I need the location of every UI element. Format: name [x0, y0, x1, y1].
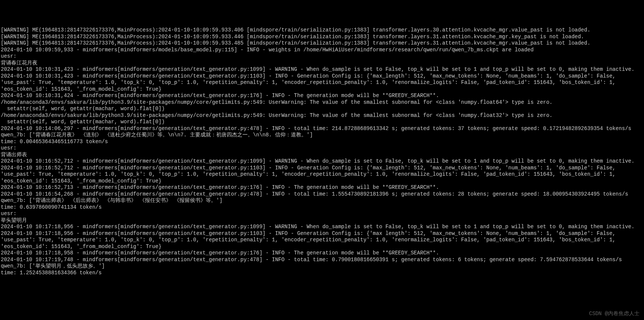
terminal-line: 2024-01-10 10:17:18,956 - mindformers[mi… [1, 224, 643, 230]
terminal-line: 2024-01-10 10:17:18,956 - mindformers[mi… [1, 230, 643, 250]
terminal-line: qwen_7b: ['背诵出师表》 《后出师表》 《与韩非书》 《报任安书》 《… [1, 197, 643, 204]
terminal-line: time: 0.004653643465116773 token/s [1, 139, 643, 145]
terminal-line: uesr: [1, 211, 643, 217]
terminal-line: [WARNING] ME(1964813:281473226173376,Mai… [1, 34, 643, 40]
terminal-line: uesr: [1, 53, 643, 60]
watermark-text: CSDN @内卷焦虑人士 [589, 311, 639, 317]
terminal-line: 2024-01-10 10:10:31,423 - mindformers[mi… [1, 73, 643, 93]
terminal-line: [WARNING] ME(1964813:281473226173376,Mai… [1, 40, 643, 47]
terminal-line: /home/anaconda3/envs/sakura/lib/python3.… [1, 99, 643, 106]
terminal-line: qwen_7b: ['背诵春江花月夜》 《送别》 《送杜少府之任蜀川》等。\n\… [1, 132, 643, 139]
terminal-line: 2024-01-10 10:10:31,423 - mindformers[mi… [1, 66, 643, 73]
terminal-line: setattr(self, word, getattr(machar, word… [1, 119, 643, 126]
terminal-line: 2024-01-10 10:09:59,933 - mindformers[mi… [1, 47, 643, 54]
terminal-line: 2024-01-10 10:16:52,713 - mindformers[mi… [1, 184, 643, 191]
terminal-line: 2024-01-10 10:17:19,748 - mindformers[mi… [1, 257, 643, 263]
terminal-line: /home/anaconda3/envs/sakura/lib/python3.… [1, 112, 643, 119]
terminal-line: 2024-01-10 10:16:52,712 - mindformers[mi… [1, 158, 643, 165]
terminal-line: 2024-01-10 10:10:31,424 - mindformers[mi… [1, 93, 643, 99]
terminal-line: [WARNING] ME(1964813:281473226173376,Mai… [1, 27, 643, 34]
terminal-line: uesr: [1, 145, 643, 152]
terminal-line: qwen_7b: ['举头望明月，低头思故乡。'] [1, 263, 643, 270]
terminal-line: time: 0.6397860090741134 token/s [1, 204, 643, 211]
terminal-line: 背诵出师表 [1, 152, 643, 159]
terminal-output: [WARNING] ME(1964813:281473226173376,Mai… [1, 27, 643, 276]
terminal-line: 2024-01-10 10:16:52,712 - mindformers[mi… [1, 165, 643, 185]
terminal-line: 举头望明月 [1, 217, 643, 224]
terminal-line: 2024-01-10 10:14:06,297 - mindformers[mi… [1, 126, 643, 132]
terminal-line: 2024-01-10 10:17:18,958 - mindformers[mi… [1, 250, 643, 257]
terminal-line: 背诵春江花月夜 [1, 60, 643, 67]
terminal-line: time: 1.2524538881634366 token/s [1, 270, 643, 277]
terminal-line: 2024-01-10 10:16:54,268 - mindformers[mi… [1, 191, 643, 198]
terminal-line: setattr(self, word, getattr(machar, word… [1, 106, 643, 112]
